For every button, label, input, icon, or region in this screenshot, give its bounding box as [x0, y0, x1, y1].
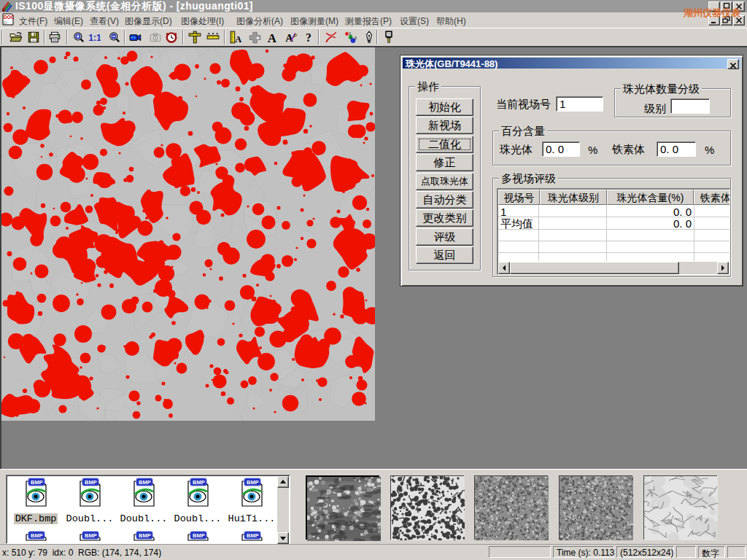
svg-text:?: ?: [306, 31, 311, 44]
svg-text:A: A: [235, 34, 241, 44]
svg-text:BMP: BMP: [193, 532, 205, 539]
svg-text:BMP: BMP: [247, 479, 259, 486]
svg-text:A: A: [268, 31, 277, 44]
svg-text:BMP: BMP: [31, 479, 43, 486]
svg-text:BMP: BMP: [139, 479, 151, 486]
svg-text:1:1: 1:1: [88, 33, 101, 43]
svg-text:A: A: [285, 32, 293, 44]
svg-text:BMP: BMP: [31, 532, 43, 539]
svg-text:BMP: BMP: [193, 479, 205, 486]
svg-text:3: 3: [355, 36, 357, 40]
svg-text:BMP: BMP: [85, 479, 97, 486]
svg-text:BMP: BMP: [85, 532, 97, 539]
svg-text:DOC: DOC: [4, 15, 15, 20]
svg-text:2: 2: [349, 35, 352, 39]
svg-text:BMP: BMP: [139, 532, 151, 539]
svg-text:BMP: BMP: [247, 532, 259, 539]
